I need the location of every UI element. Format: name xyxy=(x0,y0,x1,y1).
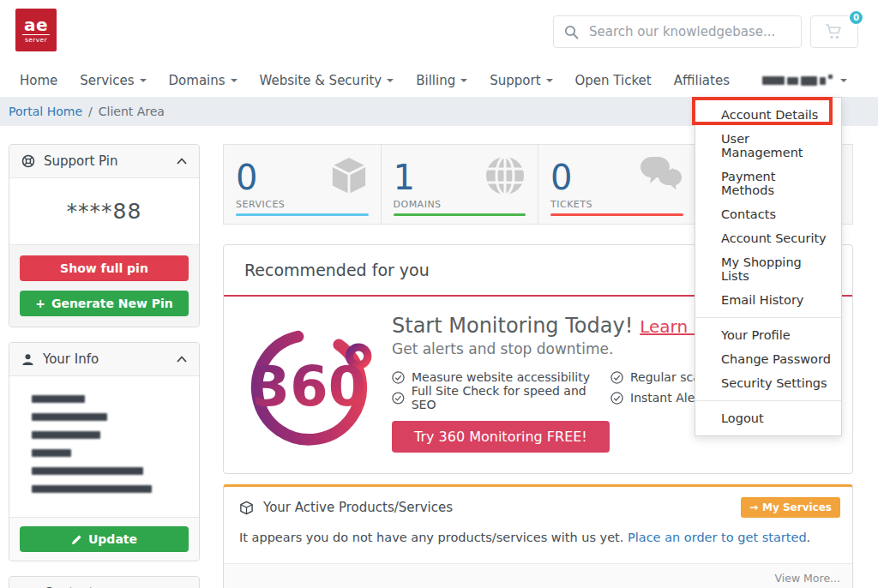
redacted-username xyxy=(828,75,833,79)
support-pin-value: ****88 xyxy=(9,178,199,244)
cart-count-badge: 0 xyxy=(848,9,864,26)
menu-item-contacts[interactable]: Contacts xyxy=(695,202,841,226)
no-products-message: It appears you do not have any products/… xyxy=(224,520,852,563)
domains-underline xyxy=(394,213,526,216)
monitoring-360-logo: 360 xyxy=(248,317,378,453)
caret-down-icon xyxy=(546,79,553,82)
caret-down-icon xyxy=(460,79,467,82)
menu-item-user-management[interactable]: User Management xyxy=(695,127,841,165)
nav-item-home[interactable]: Home xyxy=(9,73,69,88)
user-icon xyxy=(21,353,34,366)
pencil-icon xyxy=(71,534,82,545)
nav-item-open-ticket[interactable]: Open Ticket xyxy=(564,73,663,88)
breadcrumb-current: Client Area xyxy=(99,105,165,118)
check-circle-icon xyxy=(392,392,405,405)
redacted-username xyxy=(787,77,798,85)
menu-item-security-settings[interactable]: Security Settings xyxy=(695,371,841,395)
generate-new-pin-button[interactable]: + Generate New Pin xyxy=(20,291,189,316)
tickets-underline xyxy=(550,213,683,216)
caret-down-icon xyxy=(140,79,147,82)
place-order-link[interactable]: Place an order to get started xyxy=(628,531,807,544)
cart-icon xyxy=(825,23,844,40)
redacted-address-line xyxy=(32,485,152,493)
arrow-right-icon: → xyxy=(749,501,758,513)
menu-item-change-password[interactable]: Change Password xyxy=(695,347,841,371)
redacted-address-line xyxy=(32,431,100,439)
nav-item-domains[interactable]: Domains xyxy=(158,73,249,88)
cart-button[interactable]: 0 xyxy=(810,15,858,48)
your-info-header[interactable]: Your Info xyxy=(9,343,199,376)
menu-item-account-details[interactable]: Account Details xyxy=(695,103,841,127)
contacts-panel: Contacts xyxy=(9,576,200,588)
my-services-button[interactable]: → My Services xyxy=(741,497,840,518)
feature-item: Full Site Check for speed and SEO xyxy=(392,387,610,408)
ae-server-logo[interactable]: ae server xyxy=(15,9,57,51)
search-input[interactable] xyxy=(589,24,791,39)
tickets-label: TICKETS xyxy=(550,199,683,210)
menu-item-payment-methods[interactable]: Payment Methods xyxy=(695,165,841,202)
stat-services[interactable]: 0 SERVICES xyxy=(224,145,382,224)
menu-item-email-history[interactable]: Email History xyxy=(695,288,841,312)
nav-item-website-security[interactable]: Website & Security xyxy=(249,73,406,88)
active-products-panel: Your Active Products/Services → My Servi… xyxy=(223,484,853,588)
support-pin-title: Support Pin xyxy=(44,153,117,169)
redacted-address-line xyxy=(32,467,143,475)
support-pin-panel: Support Pin ****88 Show full pin + Gener… xyxy=(9,144,200,327)
try-360-monitoring-button[interactable]: Try 360 Monitoring FREE! xyxy=(392,421,610,453)
breadcrumb-portal-home-link[interactable]: Portal Home xyxy=(9,105,82,118)
services-label: SERVICES xyxy=(236,199,369,210)
top-bar: ae server 0 xyxy=(0,0,878,64)
svg-text:360: 360 xyxy=(252,355,366,418)
box-icon xyxy=(239,501,254,515)
menu-divider xyxy=(695,400,841,401)
contacts-header[interactable]: Contacts xyxy=(9,577,199,588)
check-circle-icon xyxy=(610,371,623,384)
monitoring-headline: Start Monitoring Today! xyxy=(392,314,633,338)
show-full-pin-button[interactable]: Show full pin xyxy=(20,255,189,281)
client-area-page: ae server 0 Home Services Domains xyxy=(0,0,878,588)
globe-icon xyxy=(484,155,526,196)
menu-item-my-shopping-lists[interactable]: My Shopping Lists xyxy=(695,250,841,288)
your-info-panel: Your Info Update xyxy=(9,342,200,561)
menu-divider xyxy=(695,317,841,318)
user-account-menu-toggle[interactable] xyxy=(762,64,847,97)
your-info-actions: Update xyxy=(9,517,199,561)
plus-icon: + xyxy=(35,297,45,310)
redacted-address-line xyxy=(32,413,107,421)
nav-item-services[interactable]: Services xyxy=(69,73,157,88)
nav-item-billing[interactable]: Billing xyxy=(405,73,478,88)
redacted-username xyxy=(801,76,817,86)
breadcrumb-separator: / xyxy=(88,105,93,118)
search-icon xyxy=(564,25,579,39)
chevron-up-icon[interactable] xyxy=(177,356,187,363)
support-pin-header[interactable]: Support Pin xyxy=(9,145,199,178)
redacted-username xyxy=(762,76,785,85)
nav-item-support[interactable]: Support xyxy=(478,73,563,88)
view-more-link[interactable]: View More... xyxy=(224,563,852,588)
comments-icon xyxy=(639,155,683,193)
redacted-address-line xyxy=(32,395,85,403)
chevron-up-icon[interactable] xyxy=(177,158,187,165)
check-circle-icon xyxy=(392,371,405,384)
your-info-title: Your Info xyxy=(43,351,99,367)
life-ring-icon xyxy=(21,154,35,168)
account-dropdown-menu: Account Details User Management Payment … xyxy=(695,97,842,436)
menu-item-your-profile[interactable]: Your Profile xyxy=(695,323,841,347)
domains-label: DOMAINS xyxy=(394,199,526,210)
menu-item-logout[interactable]: Logout xyxy=(695,406,841,430)
cube-icon xyxy=(329,155,369,196)
caret-down-icon xyxy=(231,79,238,82)
menu-item-account-security[interactable]: Account Security xyxy=(695,226,841,250)
stat-tickets[interactable]: 0 TICKETS xyxy=(538,145,696,224)
check-circle-icon xyxy=(610,392,623,405)
redacted-username xyxy=(820,77,826,85)
stat-domains[interactable]: 1 DOMAINS xyxy=(382,145,539,224)
services-underline xyxy=(236,213,369,216)
caret-down-icon xyxy=(840,79,847,82)
logo-text: ae xyxy=(22,16,50,35)
nav-item-affiliates[interactable]: Affiliates xyxy=(663,73,741,88)
knowledgebase-search xyxy=(553,15,802,48)
update-info-button[interactable]: Update xyxy=(20,526,189,552)
redacted-address-line xyxy=(32,449,71,457)
support-pin-actions: Show full pin + Generate New Pin xyxy=(9,244,199,327)
